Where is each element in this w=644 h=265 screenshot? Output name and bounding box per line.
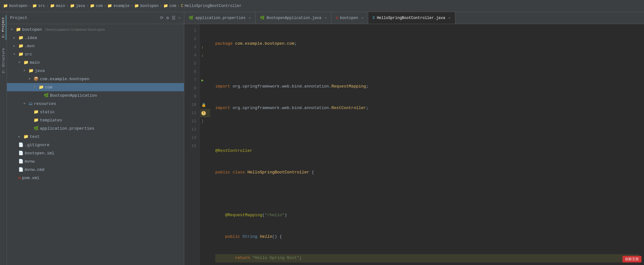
bc-folder-icon-4: 📁: [70, 3, 75, 8]
line-num-7: 7: [184, 76, 200, 84]
tree-item-gitignore[interactable]: 📄 .gitignore: [7, 141, 184, 149]
tree-item-test[interactable]: 📁 test: [7, 132, 184, 141]
gutter-5: [200, 60, 210, 68]
java-label: java: [35, 68, 184, 73]
tree-item-templates[interactable]: 📁 templates: [7, 116, 184, 124]
line-num-2: 2: [184, 35, 200, 43]
tab-close-4[interactable]: ✕: [448, 16, 451, 20]
code-content[interactable]: package com.example.bootopen.com; import…: [210, 24, 644, 265]
tree-item-pom[interactable]: m pom.xml: [7, 174, 184, 182]
tree-item-app-props[interactable]: 🌿 application.properties: [7, 124, 184, 132]
tree-item-main[interactable]: 📁 main: [7, 58, 184, 67]
resources-folder-icon: 🗂: [28, 101, 33, 106]
tab-label-4: HelloSpringBootController.java: [377, 16, 445, 20]
bc-folder-icon-3: 📁: [50, 3, 55, 8]
tree-item-mvnwcmd[interactable]: 📄 mvnw.cmd: [7, 165, 184, 174]
gutter-12: }: [200, 117, 210, 126]
line-num-15: 15: [184, 142, 200, 150]
tree-item-iml[interactable]: 📄 bootopen.iml: [7, 149, 184, 157]
line-numbers: 1 2 3 4 5 6 7 8 9 10 11 12 13 14 15: [184, 24, 200, 265]
bc-root: bootopen: [9, 4, 28, 8]
tab-bootopen-application[interactable]: 🌿 BootopenApplication.java ✕: [256, 12, 331, 24]
line-num-4: 4: [184, 51, 200, 60]
resources-label: resources: [34, 101, 184, 106]
gutter-13: [200, 126, 210, 134]
tree-item-com[interactable]: 📁 com: [7, 83, 184, 91]
tab-hello-controller[interactable]: C HelloSpringBootController.java ✕: [368, 12, 455, 24]
watermark: 创新互联: [622, 256, 641, 262]
resources-arrow: [23, 102, 27, 106]
tree-item-bootopen-app[interactable]: 🌿 BootopenApplication: [7, 91, 184, 100]
warning-icon-11: !: [201, 111, 206, 115]
minimize-icon[interactable]: −: [178, 16, 181, 21]
panel-header: Project ⟳ ⚙ ☰ −: [7, 12, 184, 24]
bc-folder-icon-8: 📁: [163, 3, 168, 8]
main-arrow: [18, 61, 22, 64]
mvn-folder-icon: 📁: [18, 43, 23, 48]
src-arrow: [13, 53, 17, 56]
tree-item-src[interactable]: 📁 src: [7, 50, 184, 58]
tab-application-properties[interactable]: 🌿 application.properties ✕: [184, 12, 256, 24]
idea-label: .idea: [25, 36, 184, 40]
bc-java-icon: C: [181, 4, 183, 8]
tree-item-resources[interactable]: 🗂 resources: [7, 100, 184, 108]
main-folder-icon: 📁: [23, 60, 28, 65]
code-line-7: public class HelloSpringBootController {: [215, 168, 639, 177]
tree-item-idea[interactable]: 📁 .idea: [7, 34, 184, 42]
mvnw-icon: 📄: [18, 159, 23, 164]
mvnwcmd-label: mvnw.cmd: [25, 167, 184, 172]
root-folder-icon: 📁: [16, 27, 21, 32]
line-num-5: 5: [184, 60, 200, 68]
tree-item-mvn[interactable]: 📁 .mvn: [7, 42, 184, 50]
tab-close-2[interactable]: ✕: [325, 16, 327, 20]
bc-folder-icon: 📁: [3, 3, 8, 8]
test-label: test: [30, 134, 184, 139]
mvnwcmd-icon: 📄: [18, 167, 23, 172]
sidebar-tab-structure[interactable]: 2: Structure: [1, 46, 6, 75]
app-props-icon: 🌿: [34, 126, 39, 131]
mvnw-label: mvnw: [25, 159, 184, 164]
mvn-label: .mvn: [25, 44, 184, 48]
tab-label-1: application.properties: [195, 16, 245, 20]
file-tree: 📁 bootopen /Development/CodeOne/bootopen…: [7, 24, 184, 265]
root-arrow: [11, 28, 15, 31]
tab-bootopen-maven[interactable]: m bootopen ✕: [331, 12, 368, 24]
code-line-8: [215, 190, 639, 198]
maven-icon: m: [18, 176, 21, 180]
tab-close-1[interactable]: ✕: [249, 16, 251, 20]
tab-spring-icon-2: 🌿: [260, 16, 265, 20]
tree-item-package[interactable]: 📦 com.example.bootopen: [7, 75, 184, 83]
layout-icon[interactable]: ☰: [172, 15, 176, 21]
code-line-10: public String hello() {: [215, 233, 639, 241]
app-props-label: application.properties: [40, 126, 184, 131]
bc-folder-icon-5: 📁: [90, 3, 95, 8]
test-folder-icon: 📁: [23, 134, 28, 139]
import-arrow-4: ↓: [201, 54, 204, 57]
package-icon: 📦: [34, 76, 39, 81]
line-num-9: 9: [184, 93, 200, 101]
settings-icon[interactable]: ⚙: [166, 15, 169, 21]
line-num-13: 13: [184, 126, 200, 134]
project-panel: Project ⟳ ⚙ ☰ − 📁 bootopen /Development/…: [7, 12, 184, 265]
line-num-6: 6: [184, 68, 200, 76]
sidebar-tab-project[interactable]: 1: Project: [1, 15, 6, 40]
gutter-3: ↓: [200, 43, 210, 51]
src-label: src: [25, 52, 184, 57]
tree-root[interactable]: 📁 bootopen /Development/CodeOne/bootopen: [7, 25, 184, 34]
pom-label: pom.xml: [22, 176, 184, 180]
main-label: main: [30, 60, 184, 65]
run-icon-7[interactable]: ▶: [201, 78, 204, 83]
tree-item-java[interactable]: 📁 java: [7, 67, 184, 75]
mvn-arrow: [13, 44, 17, 48]
tab-close-3[interactable]: ✕: [361, 16, 363, 20]
sync-icon[interactable]: ⟳: [160, 15, 164, 21]
line-num-11: 11: [184, 109, 200, 117]
tree-item-mvnw[interactable]: 📄 mvnw: [7, 157, 184, 165]
editor-area: 🌿 application.properties ✕ 🌿 BootopenApp…: [184, 12, 644, 265]
tree-item-static[interactable]: 📁 static: [7, 108, 184, 116]
com-arrow: [34, 86, 37, 89]
gutter-4: ↓: [200, 51, 210, 60]
bc-folder-icon-6: 📁: [107, 3, 112, 8]
tab-maven-icon: m: [336, 16, 338, 20]
code-line-2: [215, 61, 639, 69]
